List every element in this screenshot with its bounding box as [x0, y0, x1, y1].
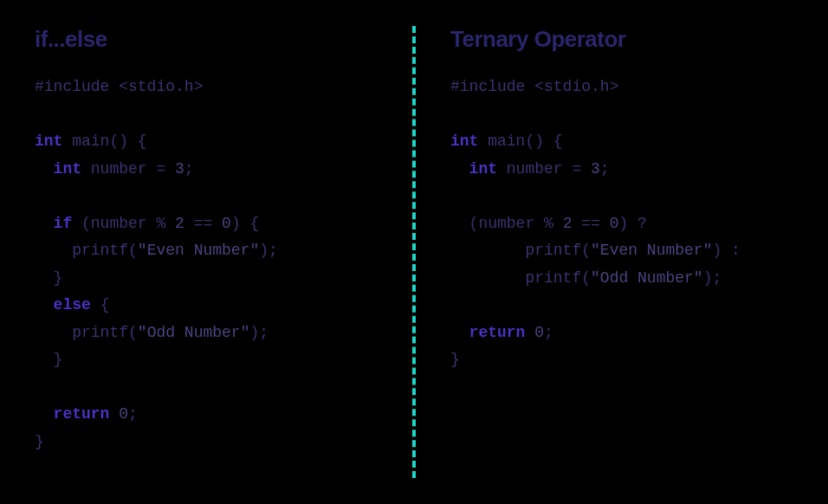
number-literal: 0	[534, 324, 544, 341]
code-text: (number %	[72, 215, 175, 232]
left-code-block: #include <stdio.h> int main() { int numb…	[35, 74, 378, 456]
string-literal: "Odd Number"	[591, 269, 703, 287]
code-text: printf(	[450, 269, 591, 287]
code-text: ) :	[712, 242, 740, 259]
code-text: number =	[497, 160, 591, 178]
code-text: ) ?	[618, 215, 646, 232]
code-text: printf(	[35, 242, 138, 259]
string-literal: "Even Number"	[591, 242, 712, 259]
code-text: );	[259, 242, 278, 259]
number-literal: 3	[175, 160, 184, 178]
left-title: if...else	[35, 26, 378, 53]
code-text: main() {	[478, 132, 562, 150]
keyword-int: int	[469, 160, 497, 178]
code-text: ;	[600, 160, 610, 178]
code-line: #include <stdio.h>	[450, 78, 618, 95]
number-literal: 2	[563, 215, 572, 232]
string-literal: "Odd Number"	[138, 324, 250, 341]
keyword-return: return	[469, 324, 526, 341]
number-literal: 0	[119, 405, 128, 423]
code-text: }	[450, 351, 460, 368]
code-line: #include <stdio.h>	[35, 78, 203, 95]
keyword-else: else	[54, 296, 91, 313]
code-text: }	[35, 351, 62, 368]
left-column: if...else #include <stdio.h> int main() …	[35, 26, 412, 478]
right-code-block: #include <stdio.h> int main() { int numb…	[450, 74, 793, 374]
code-text: }	[35, 433, 44, 450]
right-title: Ternary Operator	[450, 26, 793, 53]
number-literal: 3	[591, 160, 600, 178]
code-text: ==	[572, 215, 609, 232]
code-text: );	[249, 324, 268, 341]
code-text: number =	[81, 160, 175, 178]
code-text: ) {	[231, 215, 259, 232]
code-text: printf(	[35, 324, 138, 341]
string-literal: "Even Number"	[138, 242, 259, 259]
keyword-return: return	[54, 405, 110, 423]
code-text	[525, 324, 534, 341]
code-text: printf(	[450, 242, 591, 259]
code-text: ;	[128, 405, 138, 423]
code-text: );	[703, 269, 722, 287]
code-text: ;	[544, 324, 553, 341]
number-literal: 0	[610, 215, 619, 232]
number-literal: 0	[222, 215, 231, 232]
keyword-int: int	[54, 160, 81, 178]
code-text: main() {	[62, 132, 146, 150]
keyword-if: if	[54, 215, 73, 232]
code-text: {	[91, 296, 110, 313]
keyword-int: int	[35, 132, 62, 150]
code-text: ;	[184, 160, 194, 178]
code-text: (number %	[450, 215, 563, 232]
number-literal: 2	[175, 215, 184, 232]
code-text: ==	[184, 215, 222, 232]
code-text	[109, 405, 119, 423]
code-text: }	[35, 269, 62, 287]
keyword-int: int	[450, 132, 478, 150]
right-column: Ternary Operator #include <stdio.h> int …	[416, 26, 793, 478]
